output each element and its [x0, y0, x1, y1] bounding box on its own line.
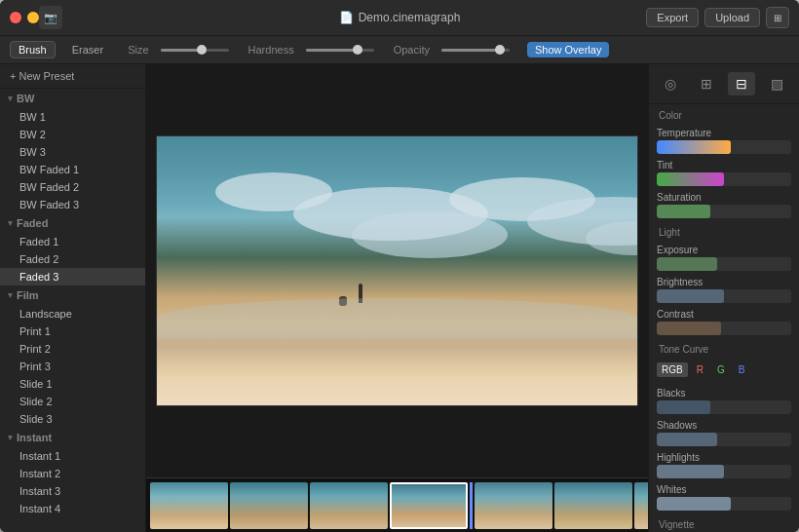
vignette-section-label: Vignette [649, 513, 799, 532]
close-button[interactable] [10, 12, 21, 23]
opacity-slider[interactable] [441, 49, 510, 52]
preset-print2[interactable]: Print 2 [0, 340, 145, 358]
section-instant[interactable]: ▾ Instant [0, 428, 145, 447]
film-thumb-7[interactable] [634, 482, 648, 529]
film-thumb-6[interactable] [554, 482, 632, 529]
shadows-fill [657, 433, 717, 446]
window-title: 📄 Demo.cinemagraph [339, 11, 461, 24]
preset-bw-faded3[interactable]: BW Faded 3 [0, 196, 145, 213]
brightness-fill [657, 289, 724, 303]
preset-instant4[interactable]: Instant 4 [0, 500, 145, 517]
brightness-slider[interactable] [657, 289, 791, 303]
opacity-label: Opacity [394, 44, 430, 56]
film-thumb-4[interactable] [390, 482, 468, 529]
highlights-label: Highlights [657, 452, 791, 463]
size-slider[interactable] [161, 49, 229, 52]
arrow-faded: ▾ [8, 218, 13, 228]
whites-slider[interactable] [657, 497, 791, 511]
ocean-shimmer [157, 298, 637, 338]
titlebar-actions: Export Upload ⊞ [646, 7, 789, 28]
canvas-viewport[interactable] [146, 64, 648, 477]
panel-icon-crop[interactable]: ▨ [764, 72, 791, 95]
whites-fill [657, 497, 731, 511]
preset-faded3[interactable]: Faded 3 [0, 268, 145, 285]
tc-tab-b[interactable]: B [734, 362, 750, 377]
film-thumb-2[interactable] [230, 482, 308, 529]
preset-faded2[interactable]: Faded 2 [0, 250, 145, 268]
film-marker [470, 482, 473, 529]
export-button[interactable]: Export [646, 8, 699, 27]
titlebar: 📷 📄 Demo.cinemagraph Export Upload ⊞ [0, 0, 799, 35]
panel-icon-adjustments[interactable]: ⊟ [728, 72, 755, 95]
brush-tool-button[interactable]: Brush [10, 41, 56, 58]
presets-sidebar: + New Preset ▾ BW BW 1 BW 2 BW 3 BW Fade… [0, 64, 146, 532]
hardness-label: Hardness [248, 44, 294, 56]
hardness-slider[interactable] [306, 49, 374, 52]
size-label: Size [128, 44, 148, 56]
highlights-row: Highlights [649, 449, 799, 481]
tint-label: Tint [657, 160, 791, 171]
film-thumb-3[interactable] [310, 482, 388, 529]
film-thumb-1[interactable] [150, 482, 228, 529]
section-bw[interactable]: ▾ BW [0, 89, 145, 108]
tint-slider[interactable] [657, 172, 791, 186]
preset-print1[interactable]: Print 1 [0, 323, 145, 340]
preset-print3[interactable]: Print 3 [0, 358, 145, 375]
eraser-tool-button[interactable]: Eraser [63, 41, 112, 58]
new-preset-button[interactable]: + New Preset [0, 64, 145, 89]
canvas-area [146, 64, 648, 532]
preset-slide3[interactable]: Slide 3 [0, 410, 145, 428]
blacks-row: Blacks [649, 385, 799, 417]
saturation-slider[interactable] [657, 205, 791, 218]
preset-slide1[interactable]: Slide 1 [0, 375, 145, 393]
section-faded[interactable]: ▾ Faded [0, 213, 145, 233]
shadows-row: Shadows [649, 417, 799, 449]
upload-button[interactable]: Upload [704, 8, 760, 27]
preset-instant2[interactable]: Instant 2 [0, 465, 145, 482]
tc-tab-rgb[interactable]: RGB [657, 362, 688, 377]
tc-tab-g[interactable]: G [712, 362, 730, 377]
preset-instant1[interactable]: Instant 1 [0, 447, 145, 465]
light-section-label: Light [649, 221, 799, 242]
highlights-slider[interactable] [657, 465, 791, 478]
panel-icon-curves[interactable]: ◎ [657, 72, 684, 95]
contrast-row: Contrast [649, 306, 799, 338]
main-content: + New Preset ▾ BW BW 1 BW 2 BW 3 BW Fade… [0, 64, 799, 532]
preset-slide2[interactable]: Slide 2 [0, 393, 145, 410]
preset-bw-faded1[interactable]: BW Faded 1 [0, 161, 145, 178]
contrast-slider[interactable] [657, 322, 791, 335]
right-panel: ◎ ⊞ ⊟ ▨ Color Temperature Tint Saturat [648, 64, 799, 532]
preset-bw2[interactable]: BW 2 [0, 126, 145, 143]
brightness-label: Brightness [657, 277, 791, 287]
shadows-label: Shadows [657, 420, 791, 431]
film-thumb-5[interactable] [475, 482, 552, 529]
saturation-label: Saturation [657, 192, 791, 203]
exposure-label: Exposure [657, 245, 791, 255]
main-window: 📷 📄 Demo.cinemagraph Export Upload ⊞ Bru… [0, 0, 799, 532]
blacks-slider[interactable] [657, 400, 791, 414]
preset-landscape[interactable]: Landscape [0, 305, 145, 323]
preset-bw1[interactable]: BW 1 [0, 108, 145, 126]
tone-curve-tabs-row: RGB R G B [649, 359, 799, 385]
preset-instant3[interactable]: Instant 3 [0, 482, 145, 500]
tint-fill [657, 172, 724, 186]
arrow-film: ▾ [8, 290, 13, 300]
title-file-icon: 📄 [339, 11, 354, 24]
highlights-fill [657, 465, 724, 478]
tc-tab-r[interactable]: R [692, 362, 708, 377]
preset-bw-faded2[interactable]: BW Faded 2 [0, 178, 145, 196]
exposure-slider[interactable] [657, 257, 791, 271]
section-film[interactable]: ▾ Film [0, 285, 145, 305]
filmstrip[interactable] [146, 477, 648, 532]
minimize-button[interactable] [27, 12, 39, 23]
grid-view-button[interactable]: ⊞ [766, 7, 789, 28]
temperature-slider[interactable] [657, 140, 791, 154]
preset-bw3[interactable]: BW 3 [0, 143, 145, 161]
arrow-bw: ▾ [8, 94, 13, 103]
panel-icon-photo[interactable]: ⊞ [693, 72, 720, 95]
contrast-label: Contrast [657, 309, 791, 320]
shadows-slider[interactable] [657, 433, 791, 446]
color-section-label: Color [649, 104, 799, 125]
preset-faded1[interactable]: Faded 1 [0, 233, 145, 250]
show-overlay-button[interactable]: Show Overlay [527, 42, 609, 57]
